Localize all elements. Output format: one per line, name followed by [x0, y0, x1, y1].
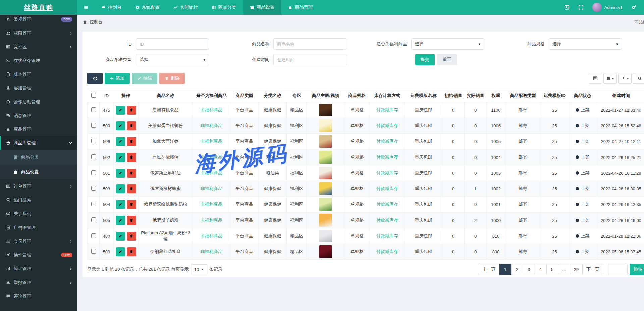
- row-delete-button[interactable]: [127, 216, 136, 225]
- nav-item-1[interactable]: 系统配置: [128, 0, 167, 15]
- sidebar-item-13[interactable]: 广告图管理: [0, 221, 77, 234]
- product-thumbnail[interactable]: [319, 135, 332, 148]
- welfare-select[interactable]: 选择 ▾: [411, 38, 484, 50]
- column-header[interactable]: 运费模板ID: [540, 89, 569, 102]
- row-checkbox[interactable]: [91, 249, 96, 254]
- row-delete-button[interactable]: [127, 200, 136, 209]
- product-thumbnail[interactable]: [319, 182, 332, 195]
- sidebar-item-7[interactable]: 消息管理: [0, 109, 77, 122]
- sidebar-subitem-1[interactable]: 商品设置: [0, 165, 77, 179]
- column-header[interactable]: 专区: [287, 89, 307, 102]
- row-checkbox[interactable]: [91, 123, 96, 128]
- sidebar-item-3[interactable]: 在线命令管理: [0, 54, 77, 67]
- column-header[interactable]: 权重: [487, 89, 505, 102]
- column-header[interactable]: 操作: [114, 89, 139, 102]
- sidebar-item-0[interactable]: 常规管理new: [0, 15, 77, 26]
- cell-stock-calc[interactable]: 付款减库存: [370, 212, 405, 228]
- cell-welfare[interactable]: 非福利商品: [193, 244, 230, 260]
- row-edit-button[interactable]: [116, 153, 125, 162]
- detail-view-button[interactable]: [589, 73, 602, 84]
- nav-item-3[interactable]: 商品分类: [205, 0, 243, 15]
- nav-item-0[interactable]: 控制台: [95, 0, 128, 15]
- sidebar-item-17[interactable]: 举报管理: [0, 275, 77, 289]
- spec-select[interactable]: 选择 ▾: [549, 38, 622, 50]
- delivery-type-select[interactable]: 选择 ▾: [136, 54, 209, 65]
- sidebar-item-11[interactable]: 热门搜索: [0, 193, 77, 207]
- column-header[interactable]: 实际销量: [465, 89, 487, 102]
- row-edit-button[interactable]: [116, 169, 125, 178]
- row-checkbox[interactable]: [91, 233, 96, 238]
- prev-page-button[interactable]: 上一页: [479, 264, 500, 275]
- row-checkbox[interactable]: [91, 170, 96, 175]
- refresh-button[interactable]: [87, 73, 103, 84]
- cell-stock-calc[interactable]: 付款减库存: [370, 134, 405, 149]
- column-header[interactable]: 分类名称: [259, 89, 287, 102]
- cell-welfare[interactable]: 非福利商品: [193, 165, 230, 181]
- column-header[interactable]: 商品配送类型: [505, 89, 540, 102]
- sidebar-item-6[interactable]: 营销活动管理: [0, 95, 77, 109]
- cell-stock-calc[interactable]: 付款减库存: [370, 102, 405, 118]
- column-header[interactable]: 商品类型: [230, 89, 259, 102]
- language-button[interactable]: [564, 5, 570, 10]
- cell-stock-calc[interactable]: 付款减库存: [370, 197, 405, 212]
- sidebar-item-12[interactable]: 关于我们: [0, 207, 77, 221]
- column-header[interactable]: 是否为福利商品: [193, 89, 230, 102]
- product-thumbnail[interactable]: [319, 151, 332, 164]
- row-edit-button[interactable]: [116, 232, 125, 241]
- cell-stock-calc[interactable]: 付款减库存: [370, 228, 405, 244]
- nav-item-2[interactable]: 实时统计: [167, 0, 205, 15]
- row-edit-button[interactable]: [116, 200, 125, 209]
- product-thumbnail[interactable]: [319, 230, 332, 242]
- sidebar-item-15[interactable]: 插件管理new: [0, 248, 77, 262]
- row-checkbox[interactable]: [91, 107, 96, 112]
- cell-welfare[interactable]: 非福利商品: [193, 102, 230, 118]
- product-thumbnail[interactable]: [319, 214, 332, 227]
- jump-page-input[interactable]: [608, 264, 628, 275]
- cell-stock-calc[interactable]: 付款减库存: [370, 118, 405, 134]
- row-edit-button[interactable]: [116, 216, 125, 225]
- select-all-checkbox[interactable]: [91, 93, 96, 98]
- cell-welfare[interactable]: 非福利商品: [193, 197, 230, 212]
- column-header[interactable]: 商品规格: [344, 89, 370, 102]
- row-edit-button[interactable]: [116, 106, 125, 115]
- sidebar-subitem-0[interactable]: 商品分类: [0, 150, 77, 165]
- cell-stock-calc[interactable]: 付款减库存: [370, 244, 405, 260]
- cell-welfare[interactable]: 非福利商品: [193, 212, 230, 228]
- page-button-4[interactable]: 4: [535, 264, 547, 275]
- column-header[interactable]: 库存计算方式: [370, 89, 405, 102]
- fullscreen-button[interactable]: [578, 5, 584, 10]
- cell-welfare[interactable]: 非福利商品: [193, 134, 230, 149]
- sidebar-item-2[interactable]: 竞拍区: [0, 40, 77, 54]
- page-button-5[interactable]: 5: [546, 264, 558, 275]
- nav-item-5[interactable]: 商品管理: [281, 0, 320, 15]
- edit-button[interactable]: 编辑: [132, 73, 157, 84]
- settings-button[interactable]: [631, 5, 637, 10]
- brand-logo[interactable]: 丝路直购: [0, 0, 77, 15]
- id-input[interactable]: [136, 38, 209, 50]
- sidebar-item-10[interactable]: 订单管理: [0, 179, 77, 193]
- sidebar-item-4[interactable]: 版本管理: [0, 67, 77, 81]
- cell-stock-calc[interactable]: 付款减库存: [370, 165, 405, 181]
- user-menu[interactable]: Admin:v1: [592, 3, 623, 12]
- row-edit-button[interactable]: [116, 121, 125, 130]
- product-thumbnail[interactable]: [319, 167, 332, 179]
- page-button-3[interactable]: 3: [523, 264, 535, 275]
- sidebar-item-14[interactable]: 会员管理: [0, 234, 77, 248]
- breadcrumb-home[interactable]: 控制台: [90, 19, 103, 25]
- add-button[interactable]: 添加: [105, 73, 130, 84]
- cell-stock-calc[interactable]: 付款减库存: [370, 149, 405, 165]
- nav-item-4[interactable]: 商品设置: [243, 0, 281, 15]
- row-edit-button[interactable]: [116, 184, 125, 193]
- row-checkbox[interactable]: [91, 217, 96, 222]
- row-checkbox[interactable]: [91, 154, 96, 159]
- row-delete-button[interactable]: [127, 106, 136, 115]
- sidebar-item-8[interactable]: 商品管理: [0, 122, 77, 136]
- column-header[interactable]: 初始销量: [442, 89, 465, 102]
- row-delete-button[interactable]: [127, 247, 136, 256]
- submit-button[interactable]: 提交: [415, 54, 435, 65]
- cell-welfare[interactable]: 非福利商品: [193, 181, 230, 197]
- row-delete-button[interactable]: [127, 232, 136, 241]
- reset-button[interactable]: 重置: [437, 54, 457, 65]
- page-button-...[interactable]: ...: [558, 264, 570, 275]
- row-edit-button[interactable]: [116, 247, 125, 256]
